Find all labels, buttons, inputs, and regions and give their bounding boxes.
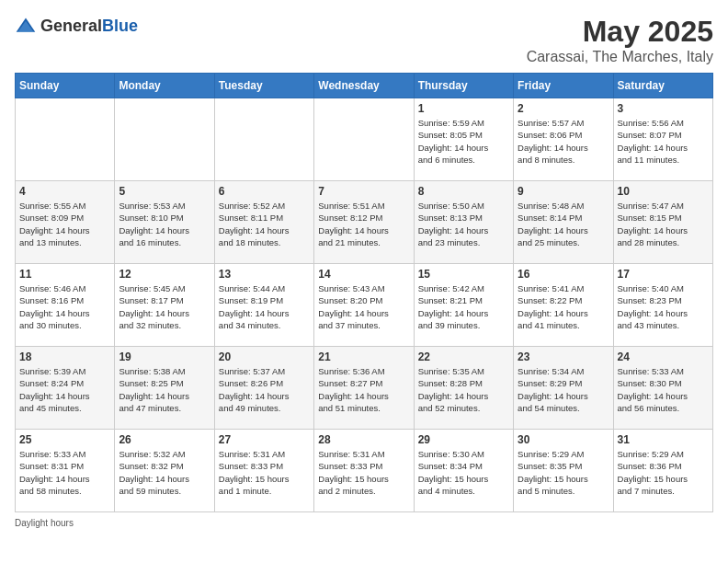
day-number: 19 — [119, 350, 210, 363]
day-number: 1 — [418, 102, 509, 115]
day-info: Sunrise: 5:35 AM Sunset: 8:28 PM Dayligh… — [418, 365, 509, 414]
calendar-cell: 22Sunrise: 5:35 AM Sunset: 8:28 PM Dayli… — [414, 347, 513, 430]
calendar-header-cell: Wednesday — [314, 74, 414, 98]
day-info: Sunrise: 5:44 AM Sunset: 8:19 PM Dayligh… — [219, 282, 310, 331]
calendar-cell: 2Sunrise: 5:57 AM Sunset: 8:06 PM Daylig… — [514, 98, 613, 181]
day-number: 2 — [518, 102, 609, 115]
day-info: Sunrise: 5:52 AM Sunset: 8:11 PM Dayligh… — [219, 200, 310, 248]
calendar-cell: 6Sunrise: 5:52 AM Sunset: 8:11 PM Daylig… — [214, 181, 313, 264]
day-number: 7 — [318, 185, 409, 198]
calendar-header-cell: Saturday — [613, 74, 712, 98]
day-number: 9 — [518, 185, 609, 198]
day-info: Sunrise: 5:46 AM Sunset: 8:16 PM Dayligh… — [19, 282, 110, 331]
day-number: 30 — [518, 433, 609, 446]
calendar-week-row: 4Sunrise: 5:55 AM Sunset: 8:09 PM Daylig… — [16, 181, 713, 264]
calendar-header-row: SundayMondayTuesdayWednesdayThursdayFrid… — [16, 74, 713, 98]
page-header: GeneralBlue May 2025 Carassai, The March… — [15, 15, 713, 65]
calendar-cell: 28Sunrise: 5:31 AM Sunset: 8:33 PM Dayli… — [314, 430, 414, 512]
day-info: Sunrise: 5:59 AM Sunset: 8:05 PM Dayligh… — [418, 117, 509, 166]
day-info: Sunrise: 5:57 AM Sunset: 8:06 PM Dayligh… — [518, 117, 609, 166]
calendar-cell: 5Sunrise: 5:53 AM Sunset: 8:10 PM Daylig… — [115, 181, 214, 264]
day-number: 13 — [219, 268, 310, 281]
day-info: Sunrise: 5:37 AM Sunset: 8:26 PM Dayligh… — [219, 365, 310, 414]
calendar-cell: 13Sunrise: 5:44 AM Sunset: 8:19 PM Dayli… — [214, 264, 313, 347]
day-info: Sunrise: 5:39 AM Sunset: 8:24 PM Dayligh… — [19, 365, 110, 414]
calendar-cell — [115, 98, 214, 181]
calendar-cell: 11Sunrise: 5:46 AM Sunset: 8:16 PM Dayli… — [16, 264, 115, 347]
calendar-week-row: 25Sunrise: 5:33 AM Sunset: 8:31 PM Dayli… — [16, 430, 713, 512]
calendar-header-cell: Monday — [115, 74, 214, 98]
calendar-cell: 18Sunrise: 5:39 AM Sunset: 8:24 PM Dayli… — [16, 347, 115, 430]
day-number: 11 — [19, 268, 110, 281]
calendar-header-cell: Tuesday — [214, 74, 313, 98]
day-info: Sunrise: 5:31 AM Sunset: 8:33 PM Dayligh… — [318, 448, 409, 497]
day-info: Sunrise: 5:33 AM Sunset: 8:31 PM Dayligh… — [19, 448, 110, 497]
day-info: Sunrise: 5:55 AM Sunset: 8:09 PM Dayligh… — [19, 200, 110, 248]
day-number: 6 — [219, 185, 310, 198]
day-number: 20 — [219, 350, 310, 363]
day-info: Sunrise: 5:51 AM Sunset: 8:12 PM Dayligh… — [318, 200, 409, 248]
calendar-cell: 1Sunrise: 5:59 AM Sunset: 8:05 PM Daylig… — [414, 98, 513, 181]
day-number: 18 — [19, 350, 110, 363]
day-number: 24 — [618, 350, 709, 363]
day-info: Sunrise: 5:53 AM Sunset: 8:10 PM Dayligh… — [119, 200, 210, 248]
calendar-cell: 25Sunrise: 5:33 AM Sunset: 8:31 PM Dayli… — [16, 430, 115, 512]
day-info: Sunrise: 5:31 AM Sunset: 8:33 PM Dayligh… — [219, 448, 310, 497]
day-info: Sunrise: 5:41 AM Sunset: 8:22 PM Dayligh… — [518, 282, 609, 331]
day-info: Sunrise: 5:45 AM Sunset: 8:17 PM Dayligh… — [119, 282, 210, 331]
calendar-body: 1Sunrise: 5:59 AM Sunset: 8:05 PM Daylig… — [16, 98, 713, 512]
calendar-cell: 16Sunrise: 5:41 AM Sunset: 8:22 PM Dayli… — [514, 264, 613, 347]
day-info: Sunrise: 5:34 AM Sunset: 8:29 PM Dayligh… — [518, 365, 609, 414]
day-info: Sunrise: 5:43 AM Sunset: 8:20 PM Dayligh… — [318, 282, 409, 331]
day-info: Sunrise: 5:30 AM Sunset: 8:34 PM Dayligh… — [418, 448, 509, 497]
day-info: Sunrise: 5:36 AM Sunset: 8:27 PM Dayligh… — [318, 365, 409, 414]
calendar-cell: 4Sunrise: 5:55 AM Sunset: 8:09 PM Daylig… — [16, 181, 115, 264]
calendar-header-cell: Sunday — [16, 74, 115, 98]
day-number: 25 — [19, 433, 110, 446]
calendar-cell: 21Sunrise: 5:36 AM Sunset: 8:27 PM Dayli… — [314, 347, 414, 430]
day-info: Sunrise: 5:29 AM Sunset: 8:36 PM Dayligh… — [618, 448, 709, 497]
calendar-cell: 31Sunrise: 5:29 AM Sunset: 8:36 PM Dayli… — [613, 430, 712, 512]
day-info: Sunrise: 5:29 AM Sunset: 8:35 PM Dayligh… — [518, 448, 609, 497]
calendar-cell — [214, 98, 313, 181]
calendar-week-row: 18Sunrise: 5:39 AM Sunset: 8:24 PM Dayli… — [16, 347, 713, 430]
day-number: 17 — [618, 268, 709, 281]
calendar-cell: 27Sunrise: 5:31 AM Sunset: 8:33 PM Dayli… — [214, 430, 313, 512]
calendar-cell — [16, 98, 115, 181]
calendar-cell: 3Sunrise: 5:56 AM Sunset: 8:07 PM Daylig… — [613, 98, 712, 181]
day-number: 8 — [418, 185, 509, 198]
calendar-header-cell: Friday — [514, 74, 613, 98]
calendar-cell: 7Sunrise: 5:51 AM Sunset: 8:12 PM Daylig… — [314, 181, 414, 264]
title-block: May 2025 Carassai, The Marches, Italy — [527, 15, 713, 65]
calendar-cell: 14Sunrise: 5:43 AM Sunset: 8:20 PM Dayli… — [314, 264, 414, 347]
logo-text-general: General — [40, 17, 102, 35]
day-info: Sunrise: 5:42 AM Sunset: 8:21 PM Dayligh… — [418, 282, 509, 331]
day-info: Sunrise: 5:56 AM Sunset: 8:07 PM Dayligh… — [618, 117, 709, 166]
footer-note: Daylight hours — [15, 518, 713, 528]
day-number: 23 — [518, 350, 609, 363]
day-number: 3 — [618, 102, 709, 115]
location-title: Carassai, The Marches, Italy — [527, 49, 713, 65]
day-info: Sunrise: 5:40 AM Sunset: 8:23 PM Dayligh… — [618, 282, 709, 331]
day-number: 27 — [219, 433, 310, 446]
calendar-cell: 8Sunrise: 5:50 AM Sunset: 8:13 PM Daylig… — [414, 181, 513, 264]
day-info: Sunrise: 5:48 AM Sunset: 8:14 PM Dayligh… — [518, 200, 609, 248]
calendar-week-row: 1Sunrise: 5:59 AM Sunset: 8:05 PM Daylig… — [16, 98, 713, 181]
day-number: 21 — [318, 350, 409, 363]
day-info: Sunrise: 5:38 AM Sunset: 8:25 PM Dayligh… — [119, 365, 210, 414]
day-info: Sunrise: 5:32 AM Sunset: 8:32 PM Dayligh… — [119, 448, 210, 497]
day-number: 4 — [19, 185, 110, 198]
logo-icon — [15, 15, 37, 37]
calendar-cell: 19Sunrise: 5:38 AM Sunset: 8:25 PM Dayli… — [115, 347, 214, 430]
calendar-cell: 20Sunrise: 5:37 AM Sunset: 8:26 PM Dayli… — [214, 347, 313, 430]
day-number: 29 — [418, 433, 509, 446]
logo: GeneralBlue — [15, 15, 138, 37]
calendar-cell: 17Sunrise: 5:40 AM Sunset: 8:23 PM Dayli… — [613, 264, 712, 347]
calendar-week-row: 11Sunrise: 5:46 AM Sunset: 8:16 PM Dayli… — [16, 264, 713, 347]
day-number: 14 — [318, 268, 409, 281]
month-title: May 2025 — [527, 15, 713, 49]
calendar-table: SundayMondayTuesdayWednesdayThursdayFrid… — [15, 73, 713, 512]
calendar-cell: 24Sunrise: 5:33 AM Sunset: 8:30 PM Dayli… — [613, 347, 712, 430]
day-number: 16 — [518, 268, 609, 281]
day-info: Sunrise: 5:50 AM Sunset: 8:13 PM Dayligh… — [418, 200, 509, 248]
